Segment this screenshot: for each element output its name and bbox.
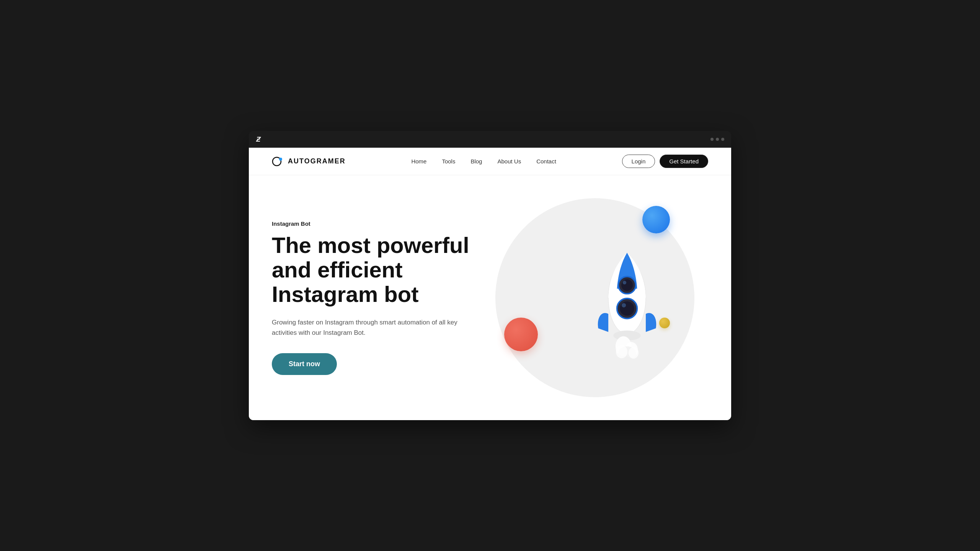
svg-point-4 <box>621 279 633 291</box>
svg-point-8 <box>621 303 626 307</box>
rocket-container <box>573 242 681 366</box>
svg-point-1 <box>279 158 282 161</box>
hero-section: Instagram Bot The most powerful and effi… <box>249 175 731 420</box>
browser-window: Ƶ AUTOGRAMER Home Tools Blog About Us <box>249 131 731 420</box>
sphere-blue <box>642 206 670 233</box>
hero-title: The most powerful and efficient Instagra… <box>272 233 481 306</box>
dot-3 <box>721 138 724 141</box>
hero-description: Growing faster on Instagram through smar… <box>272 317 471 338</box>
svg-point-7 <box>620 301 634 316</box>
login-button[interactable]: Login <box>622 155 655 168</box>
nav-home[interactable]: Home <box>411 158 426 165</box>
browser-titlebar: Ƶ <box>249 131 731 148</box>
start-now-button[interactable]: Start now <box>272 353 337 375</box>
logo-icon <box>272 155 284 168</box>
nav-about[interactable]: About Us <box>497 158 521 165</box>
svg-point-14 <box>628 347 638 359</box>
browser-dots <box>710 138 724 141</box>
get-started-button[interactable]: Get Started <box>660 155 708 168</box>
dot-2 <box>716 138 719 141</box>
logo-text: AUTOGRAMER <box>288 157 346 165</box>
hero-subtitle: Instagram Bot <box>272 220 481 227</box>
logo-area: AUTOGRAMER <box>272 155 346 168</box>
navbar: AUTOGRAMER Home Tools Blog About Us Cont… <box>249 148 731 175</box>
nav-blog[interactable]: Blog <box>470 158 482 165</box>
browser-logo-icon: Ƶ <box>256 136 260 143</box>
nav-contact[interactable]: Contact <box>536 158 556 165</box>
hero-right <box>481 198 708 397</box>
sphere-red <box>504 318 538 351</box>
dot-1 <box>710 138 714 141</box>
nav-actions: Login Get Started <box>622 155 708 168</box>
rocket-illustration <box>573 242 681 364</box>
nav-links: Home Tools Blog About Us Contact <box>411 158 556 165</box>
nav-tools[interactable]: Tools <box>442 158 455 165</box>
hero-left: Instagram Bot The most powerful and effi… <box>272 220 481 375</box>
page-content: AUTOGRAMER Home Tools Blog About Us Cont… <box>249 148 731 420</box>
svg-point-13 <box>616 345 627 358</box>
sphere-gold <box>659 318 670 328</box>
svg-point-5 <box>622 281 626 284</box>
